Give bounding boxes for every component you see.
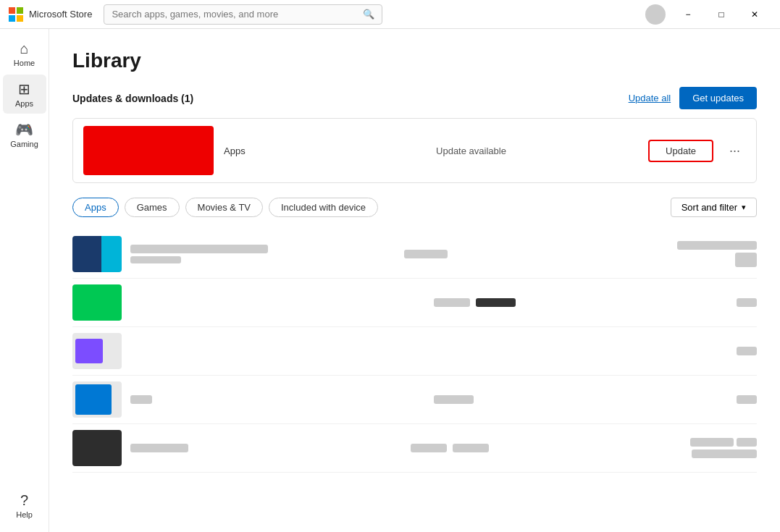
update-all-link[interactable]: Update all [629, 93, 671, 104]
app-info [130, 444, 402, 452]
page-title: Library [72, 49, 757, 72]
tab-movies[interactable]: Movies & TV [185, 198, 263, 217]
updates-header: Updates & downloads (1) Update all Get u… [72, 87, 757, 109]
app-name-bar [130, 245, 268, 253]
main-content: Library Updates & downloads (1) Update a… [49, 29, 780, 532]
app-mid [434, 298, 729, 307]
mid-bar-1 [411, 444, 447, 452]
end-action-bar [735, 253, 757, 267]
tab-games[interactable]: Games [125, 198, 180, 217]
close-button[interactable]: ✕ [738, 3, 771, 26]
list-item [72, 230, 757, 279]
mid-bar [404, 250, 448, 258]
name-bar [130, 444, 188, 452]
minimize-button[interactable]: − [671, 3, 705, 26]
tab-apps[interactable]: Apps [72, 198, 119, 217]
sidebar-item-gaming[interactable]: 🎮 Gaming [3, 115, 46, 154]
sidebar-help-label: Help [16, 510, 33, 519]
app-icon-green [72, 284, 122, 321]
tab-included[interactable]: Included with device [269, 198, 378, 217]
sidebar-item-home[interactable]: ⌂ Home [3, 35, 46, 73]
chevron-down-icon: ▾ [742, 203, 746, 212]
update-app-icon [83, 126, 214, 175]
mid-bar-1 [434, 298, 470, 307]
sidebar-apps-label: Apps [15, 99, 33, 108]
search-input[interactable] [112, 9, 363, 20]
end-bar [737, 347, 757, 355]
app-body: ⌂ Home ⊞ Apps 🎮 Gaming ? Help Library Up… [0, 29, 780, 532]
update-app-name: Apps [224, 145, 426, 156]
update-button[interactable]: Update [648, 140, 713, 162]
app-sub-bar [130, 256, 181, 263]
list-item [72, 327, 757, 376]
avatar[interactable] [645, 4, 666, 25]
app-end [677, 241, 757, 267]
sort-filter-label: Sort and filter [682, 202, 737, 213]
app-icon-dark [72, 430, 122, 466]
updates-actions: Update all Get updates [629, 87, 757, 109]
sidebar-item-help[interactable]: ? Help [3, 486, 46, 525]
gaming-icon: 🎮 [15, 121, 33, 138]
app-icon-blue-container [72, 381, 122, 418]
end-bar [737, 395, 757, 404]
app-mid [434, 395, 729, 404]
app-mid [404, 250, 669, 258]
mid-bar-2 [476, 298, 516, 307]
update-item-card: Apps Update available Update ··· [72, 118, 757, 183]
end-bar-3 [692, 449, 757, 458]
svg-rect-0 [9, 7, 15, 14]
app-icon-mail [72, 236, 122, 272]
app-info [130, 395, 425, 404]
sidebar-gaming-label: Gaming [10, 140, 38, 148]
titlebar: Microsoft Store 🔍 − □ ✕ [0, 0, 780, 29]
apps-icon: ⊞ [18, 80, 30, 98]
mid-bar-2 [453, 444, 489, 452]
app-end [737, 298, 757, 307]
end-bar-2 [737, 438, 757, 447]
app-name: Microsoft Store [29, 9, 92, 20]
app-icon-purple [75, 339, 103, 363]
store-logo-icon [9, 7, 23, 22]
app-icon-blue-mid [75, 384, 112, 415]
search-box[interactable]: 🔍 [104, 4, 382, 25]
app-mid [411, 444, 682, 452]
list-item [72, 424, 757, 473]
end-bar-long [677, 241, 757, 250]
sidebar-home-label: Home [14, 59, 35, 67]
search-icon: 🔍 [363, 9, 374, 20]
end-bar [737, 298, 757, 307]
mid-bar [434, 395, 474, 404]
home-icon: ⌂ [20, 41, 28, 57]
sub-bar [130, 395, 152, 404]
update-status: Update available [436, 145, 638, 156]
sidebar-item-apps[interactable]: ⊞ Apps [3, 75, 46, 114]
updates-title: Updates & downloads (1) [72, 93, 193, 104]
app-info [130, 298, 425, 307]
app-end [690, 438, 757, 458]
help-icon: ? [20, 492, 28, 509]
app-end [737, 347, 757, 355]
filter-tabs: Apps Games Movies & TV Included with dev… [72, 198, 757, 217]
list-item [72, 376, 757, 424]
svg-rect-2 [9, 15, 15, 22]
list-item [72, 279, 757, 327]
app-end [737, 395, 757, 404]
more-options-icon[interactable]: ··· [724, 140, 746, 161]
svg-rect-3 [17, 15, 23, 22]
sidebar: ⌂ Home ⊞ Apps 🎮 Gaming ? Help [0, 29, 49, 532]
get-updates-button[interactable]: Get updates [679, 87, 757, 109]
end-bar-1 [690, 438, 734, 447]
app-info [130, 245, 395, 263]
window-controls: − □ ✕ [671, 3, 771, 26]
maximize-button[interactable]: □ [705, 3, 738, 26]
app-icon-purple-container [72, 333, 122, 369]
sort-filter-button[interactable]: Sort and filter ▾ [671, 198, 757, 217]
svg-rect-1 [17, 7, 23, 14]
